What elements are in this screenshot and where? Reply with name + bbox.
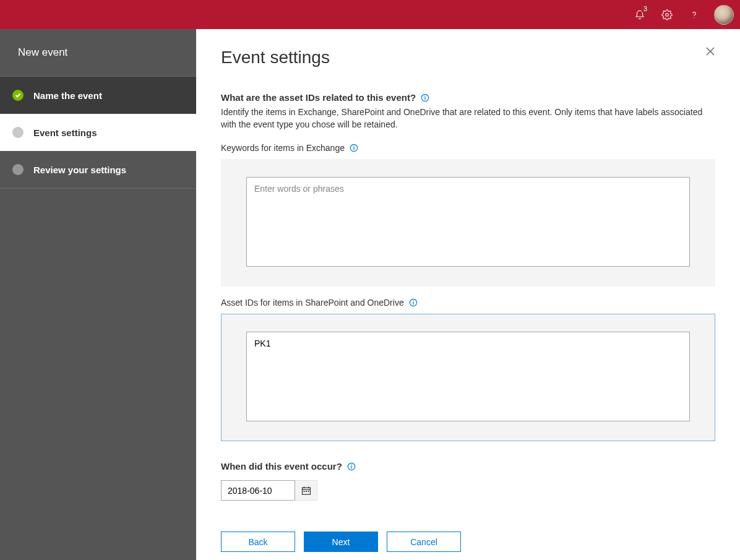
- svg-rect-21: [306, 491, 307, 492]
- close-button[interactable]: [705, 46, 715, 58]
- svg-point-14: [351, 464, 352, 465]
- keywords-container: [221, 159, 715, 286]
- svg-point-1: [694, 17, 694, 17]
- keywords-label: Keywords for items in Exchange: [221, 143, 358, 153]
- user-avatar[interactable]: [714, 5, 734, 25]
- cancel-button[interactable]: Cancel: [387, 532, 461, 552]
- notification-badge: 3: [641, 5, 650, 14]
- step-dot-icon: [12, 164, 24, 175]
- step-label: Name the event: [33, 90, 102, 101]
- svg-rect-20: [303, 491, 304, 492]
- assetids-input[interactable]: [246, 332, 690, 421]
- svg-rect-6: [424, 97, 425, 99]
- svg-rect-15: [351, 466, 351, 468]
- step-event-settings[interactable]: Event settings: [0, 114, 196, 151]
- svg-point-5: [424, 95, 426, 97]
- assetids-label: Asset IDs for items in SharePoint and On…: [221, 298, 418, 308]
- section-description: Identify the items in Exchange, SharePoi…: [221, 106, 715, 131]
- main-panel: Event settings What are the asset IDs re…: [196, 29, 740, 560]
- svg-point-8: [353, 146, 355, 147]
- svg-rect-22: [308, 491, 309, 492]
- info-icon[interactable]: [409, 298, 418, 307]
- sidebar: New event Name the event Event settings …: [0, 29, 196, 560]
- info-icon[interactable]: [347, 462, 356, 471]
- info-icon[interactable]: [350, 144, 358, 152]
- step-dot-icon: [12, 127, 24, 138]
- back-button[interactable]: Back: [221, 532, 295, 552]
- sidebar-header: New event: [0, 29, 196, 77]
- when-label: When did this event occur?: [221, 461, 356, 472]
- section-question-text: What are the asset IDs related to this e…: [221, 92, 416, 103]
- button-row: Back Next Cancel: [221, 532, 715, 552]
- svg-rect-9: [353, 147, 354, 150]
- section-question: What are the asset IDs related to this e…: [221, 92, 429, 103]
- notifications-button[interactable]: 3: [627, 2, 652, 27]
- page-title: Event settings: [221, 48, 715, 67]
- assetids-container: [221, 314, 715, 441]
- svg-point-0: [666, 13, 669, 16]
- settings-button[interactable]: [655, 2, 679, 27]
- step-name-the-event[interactable]: Name the event: [0, 77, 196, 114]
- assetids-label-text: Asset IDs for items in SharePoint and On…: [221, 298, 404, 308]
- topbar: 3: [0, 0, 740, 29]
- when-label-text: When did this event occur?: [221, 461, 342, 472]
- step-review-your-settings[interactable]: Review your settings: [0, 151, 196, 189]
- keywords-input[interactable]: [246, 177, 690, 267]
- help-button[interactable]: [682, 2, 707, 27]
- keywords-label-text: Keywords for items in Exchange: [221, 143, 345, 153]
- check-icon: [12, 90, 24, 101]
- svg-rect-12: [413, 302, 413, 304]
- next-button[interactable]: Next: [304, 532, 378, 552]
- step-label: Event settings: [33, 127, 97, 138]
- svg-point-11: [413, 301, 414, 302]
- date-input[interactable]: [221, 480, 295, 501]
- info-icon[interactable]: [421, 93, 429, 102]
- step-label: Review your settings: [33, 165, 126, 175]
- date-picker-button[interactable]: [295, 480, 317, 501]
